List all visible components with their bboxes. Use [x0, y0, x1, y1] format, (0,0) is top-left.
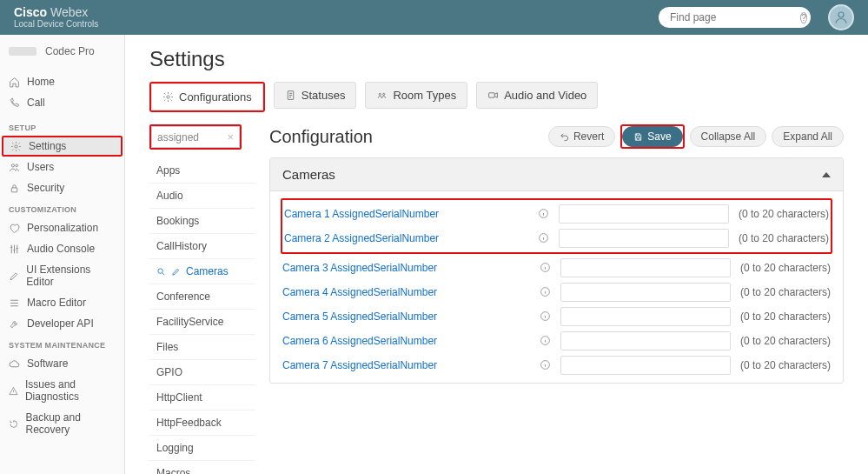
main-content: Settings Configurations Statuses Room Ty…: [125, 35, 868, 474]
find-page-input[interactable]: [670, 11, 800, 23]
collapse-all-button[interactable]: Collapse All: [690, 126, 767, 147]
revert-button[interactable]: Revert: [548, 126, 615, 147]
filter-item-bookings[interactable]: Bookings: [149, 209, 255, 234]
serial-input[interactable]: [560, 307, 731, 326]
serial-input[interactable]: [560, 356, 731, 375]
config-hint: (0 to 20 characters): [740, 335, 831, 347]
sidebar-item-label: Developer API: [27, 317, 94, 330]
svg-point-3: [11, 164, 14, 166]
filter-item-gpio[interactable]: GPIO: [149, 360, 255, 385]
serial-input[interactable]: [560, 283, 731, 302]
filter-item-facilityservice[interactable]: FacilityService: [149, 310, 255, 335]
svg-rect-10: [489, 93, 495, 97]
sidebar-item-call[interactable]: Call: [0, 92, 124, 113]
svg-rect-5: [11, 187, 17, 191]
sidebar-item-ui-extensions[interactable]: UI Extensions Editor: [0, 259, 124, 292]
top-bar: Cisco Webex Local Device Controls ?: [0, 0, 868, 35]
sidebar-item-users[interactable]: Users: [0, 157, 124, 177]
filter-search-box[interactable]: assigned ×: [151, 126, 240, 148]
filter-column: assigned × Apps Audio Bookings CallHisto…: [149, 124, 255, 474]
filter-item-httpfeedback[interactable]: HttpFeedback: [149, 411, 255, 436]
device-row[interactable]: Codec Pro: [0, 35, 124, 68]
tab-audio-video[interactable]: Audio and Video: [476, 82, 598, 109]
lock-icon: [9, 183, 20, 194]
filter-item-conference[interactable]: Conference: [149, 284, 255, 310]
edit-icon: [171, 267, 181, 277]
config-hint: (0 to 20 characters): [740, 286, 831, 298]
info-icon[interactable]: [538, 232, 550, 244]
user-avatar[interactable]: [828, 4, 854, 30]
filter-item-httpclient[interactable]: HttpClient: [149, 385, 255, 411]
config-label-link[interactable]: Camera 1 AssignedSerialNumber: [284, 208, 529, 220]
sidebar-item-label: UI Extensions Editor: [26, 264, 116, 288]
sidebar-item-software[interactable]: Software: [0, 353, 124, 374]
config-label-link[interactable]: Camera 7 AssignedSerialNumber: [282, 359, 531, 371]
sidebar-item-macro-editor[interactable]: Macro Editor: [0, 292, 124, 313]
configuration-title: Configuration: [269, 127, 373, 147]
panel-title: Cameras: [282, 167, 335, 182]
expand-all-button[interactable]: Expand All: [772, 126, 844, 147]
config-row: Camera 3 AssignedSerialNumber (0 to 20 c…: [270, 256, 843, 280]
tab-label: Statuses: [301, 89, 346, 102]
device-thumbnail: [9, 47, 36, 56]
sliders-icon: [9, 244, 20, 255]
find-page-search[interactable]: ?: [659, 7, 811, 28]
tab-configurations[interactable]: Configurations: [151, 83, 263, 110]
filter-item-logging[interactable]: Logging: [149, 436, 255, 461]
alert-icon: [9, 385, 18, 397]
sidebar-item-label: Call: [27, 97, 45, 109]
tab-statuses[interactable]: Statuses: [274, 82, 357, 109]
sidebar-item-settings[interactable]: Settings: [2, 136, 123, 157]
config-label-link[interactable]: Camera 4 AssignedSerialNumber: [282, 286, 531, 298]
help-icon[interactable]: ?: [800, 12, 807, 23]
filter-item-label: Cameras: [186, 265, 229, 277]
filter-item-macros[interactable]: Macros: [149, 461, 255, 474]
sidebar-item-label: Personalization: [27, 222, 98, 234]
svg-point-9: [383, 93, 385, 95]
config-hint: (0 to 20 characters): [739, 208, 829, 220]
heart-icon: [9, 223, 20, 234]
brand-name: Cisco: [14, 5, 47, 19]
sidebar-item-home[interactable]: Home: [0, 71, 124, 92]
save-button[interactable]: Save: [622, 126, 682, 147]
serial-input[interactable]: [559, 204, 729, 224]
config-label-link[interactable]: Camera 6 AssignedSerialNumber: [282, 335, 531, 347]
info-icon[interactable]: [540, 310, 552, 323]
tab-room-types[interactable]: Room Types: [365, 82, 467, 109]
config-label-link[interactable]: Camera 5 AssignedSerialNumber: [282, 310, 531, 323]
filter-item-files[interactable]: Files: [149, 335, 255, 360]
sidebar-item-developer-api[interactable]: Developer API: [0, 313, 124, 334]
brand-subtitle: Local Device Controls: [14, 19, 98, 29]
filter-item-apps[interactable]: Apps: [149, 158, 255, 184]
sidebar-item-issues[interactable]: Issues and Diagnostics: [0, 374, 124, 407]
sidebar-item-personalization[interactable]: Personalization: [0, 217, 124, 238]
info-icon[interactable]: [540, 359, 552, 371]
info-icon[interactable]: [540, 262, 552, 274]
info-icon[interactable]: [540, 286, 552, 298]
filter-item-callhistory[interactable]: CallHistory: [149, 234, 255, 259]
sidebar-item-label: Macro Editor: [27, 297, 86, 309]
sidebar-item-backup[interactable]: Backup and Recovery: [0, 407, 124, 440]
filter-item-cameras[interactable]: Cameras: [149, 259, 255, 284]
serial-input[interactable]: [560, 258, 731, 277]
info-icon[interactable]: [538, 208, 550, 220]
config-row: Camera 1 AssignedSerialNumber (0 to 20 c…: [282, 202, 831, 226]
serial-input[interactable]: [559, 229, 729, 248]
config-row: Camera 5 AssignedSerialNumber (0 to 20 c…: [270, 304, 843, 329]
clear-filter-icon[interactable]: ×: [227, 130, 234, 144]
info-icon[interactable]: [540, 335, 552, 347]
config-label-link[interactable]: Camera 3 AssignedSerialNumber: [282, 262, 531, 274]
sidebar-item-label: Backup and Recovery: [25, 411, 116, 436]
panel-header[interactable]: Cameras: [270, 158, 843, 191]
sidebar-item-security[interactable]: Security: [0, 177, 124, 198]
list-icon: [9, 297, 20, 309]
settings-tabs: Configurations Statuses Room Types Audio…: [149, 82, 844, 112]
pencil-icon: [9, 270, 19, 282]
sidebar-item-audio-console[interactable]: Audio Console: [0, 238, 124, 259]
config-label-link[interactable]: Camera 2 AssignedSerialNumber: [284, 232, 529, 244]
room-icon: [376, 90, 388, 101]
gear-icon: [162, 91, 174, 103]
filter-item-audio[interactable]: Audio: [149, 184, 255, 209]
cameras-panel: Cameras Camera 1 AssignedSerialNumber (0…: [269, 157, 844, 384]
serial-input[interactable]: [560, 331, 731, 350]
